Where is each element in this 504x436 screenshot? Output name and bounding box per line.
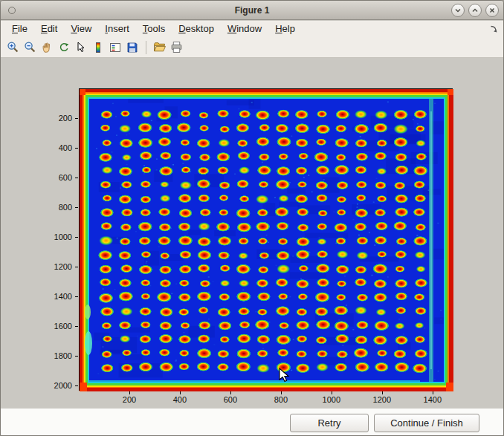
zoom-in-button[interactable] [4,39,21,56]
retry-button[interactable]: Retry [290,414,369,432]
y-tick-label: 1800 [39,351,72,360]
axes-plot-box [79,88,453,391]
x-tick [332,391,332,394]
y-tick-label: 1400 [39,292,72,301]
x-tick-label: 1400 [418,395,448,404]
y-tick-label: 1600 [39,322,72,331]
dock-figure-icon[interactable] [489,25,498,36]
x-tick-label: 200 [114,395,144,404]
y-tick-label: 1200 [39,262,72,271]
x-tick-label: 1200 [367,395,397,404]
data-cursor-button[interactable] [73,39,89,56]
titlebar[interactable]: Figure 1 [1,1,503,20]
action-bar: Retry Continue / Finish [1,409,503,436]
y-tick [75,148,78,149]
shade-button[interactable] [451,4,465,17]
zoom-out-icon [24,41,36,53]
menu-insert[interactable]: Insert [98,21,136,37]
y-tick-label: 2000 [39,381,72,390]
toolbar-separator [146,41,146,54]
pan-hand-icon [41,42,53,53]
figure-window: Figure 1 File Edit View Insert Tools Des… [0,0,504,436]
y-tick [75,356,78,357]
rotate-3d-icon [58,42,70,53]
menu-file[interactable]: File [5,21,34,37]
y-tick-label: 800 [39,203,72,212]
colorbar-button[interactable] [90,39,106,56]
microarray-image[interactable] [80,89,453,391]
y-tick [75,296,78,297]
menu-window[interactable]: Window [221,21,268,37]
print-button[interactable] [168,39,184,56]
print-icon [170,41,183,53]
close-button[interactable] [485,4,499,17]
y-tick [75,178,78,178]
x-tick [129,391,130,394]
x-tick-label: 800 [266,395,296,404]
y-tick-label: 1000 [39,232,72,241]
x-tick [433,391,433,394]
x-tick [281,391,282,394]
menubar: File Edit View Insert Tools Desktop Wind… [1,21,503,37]
save-icon [126,42,138,53]
y-tick [75,237,78,238]
y-tick [75,326,78,327]
menu-desktop[interactable]: Desktop [172,21,221,37]
menu-tools[interactable]: Tools [136,21,172,37]
chevron-down-icon [454,7,462,14]
insert-legend-icon [109,42,121,53]
y-tick [75,207,78,208]
rotate-3d-button[interactable] [56,39,72,56]
open-folder-icon [153,41,166,53]
maximize-button[interactable] [468,4,482,17]
y-tick [75,267,78,267]
window-title: Figure 1 [1,1,503,20]
menu-view[interactable]: View [64,21,98,37]
zoom-out-button[interactable] [22,39,38,56]
menu-help[interactable]: Help [268,21,302,37]
colorbar-icon [92,42,104,53]
pan-button[interactable] [39,39,55,56]
window-controls [451,4,499,17]
menu-edit[interactable]: Edit [34,21,64,37]
x-tick-label: 600 [216,395,245,404]
x-tick [230,391,231,394]
y-tick-label: 200 [39,114,72,123]
continue-finish-button[interactable]: Continue / Finish [374,414,479,432]
y-tick [75,385,78,386]
x-tick-label: 1000 [317,395,346,404]
save-button[interactable] [124,39,140,56]
insert-legend-button[interactable] [107,39,123,56]
y-tick [75,118,78,119]
close-icon [488,7,496,14]
y-tick-label: 600 [39,173,72,182]
x-tick-label: 400 [165,395,195,404]
open-folder-button[interactable] [151,39,167,56]
figure-toolbar [1,37,503,58]
data-cursor-icon [75,42,87,53]
x-tick [180,391,181,394]
zoom-in-icon [7,41,19,53]
y-tick-label: 400 [39,143,72,152]
chevron-up-icon [471,7,479,14]
x-tick [382,391,383,394]
